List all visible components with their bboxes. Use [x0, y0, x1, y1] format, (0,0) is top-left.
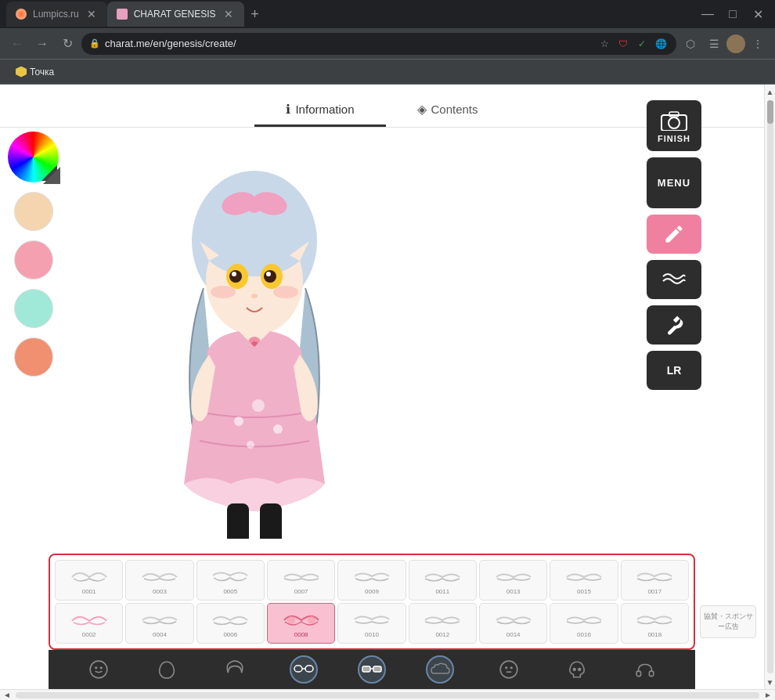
address-bar[interactable]: 🔒 charat.me/en/genesis/create/ ☆ 🛡 ✓ 🌐 — [81, 33, 676, 55]
eye-item-0017[interactable]: 0017 — [621, 560, 689, 601]
glasses1-icon — [294, 661, 314, 678]
color-swatch-salmon[interactable] — [14, 337, 53, 377]
svg-rect-50 — [636, 671, 640, 677]
svg-point-47 — [510, 666, 512, 669]
pencil-icon — [663, 223, 685, 245]
scrollbar-vertical[interactable]: ▲ ▼ — [764, 85, 775, 689]
eye-label-0016: 0016 — [577, 631, 591, 638]
lr-button[interactable]: LR — [647, 351, 701, 390]
ad-placeholder: 協賛・スポンサー広告 — [700, 605, 756, 638]
svg-rect-39 — [305, 666, 313, 672]
shield-icon[interactable]: 🛡 — [615, 36, 631, 52]
eye-item-0006[interactable]: 0006 — [196, 603, 265, 644]
eye-item-0009[interactable]: 0009 — [337, 560, 406, 601]
globe-icon[interactable]: 🌐 — [653, 36, 669, 52]
eye-item-0003[interactable]: 0003 — [125, 560, 193, 601]
tab-lumpics[interactable]: Lumpics.ru ✕ — [6, 2, 107, 27]
tool-glasses1[interactable] — [290, 655, 318, 684]
tool-headphone[interactable] — [631, 655, 659, 684]
eye-item-0010[interactable]: 0010 — [337, 603, 406, 644]
scrollbar-up[interactable]: ▲ — [766, 86, 775, 97]
eye-label-0011: 0011 — [435, 588, 449, 595]
scrollbar-horizontal[interactable]: ◄ ► — [0, 689, 775, 700]
eye-label-0008: 0008 — [294, 631, 308, 638]
color-swatch-peach[interactable] — [14, 192, 53, 231]
bookmark-tochka[interactable]: Точка — [9, 63, 60, 81]
back-button[interactable]: ← — [6, 33, 28, 55]
tab-charat-close[interactable]: ✕ — [222, 8, 235, 20]
minimize-button[interactable]: — — [697, 3, 719, 25]
profile-avatar[interactable] — [726, 34, 745, 53]
wrench-button[interactable] — [647, 305, 701, 345]
eye-item-0016[interactable]: 0016 — [550, 603, 618, 644]
eye-item-0002[interactable]: 0002 — [55, 603, 123, 644]
menu-button[interactable]: MENU — [647, 157, 701, 208]
tab-lumpics-close[interactable]: ✕ — [85, 8, 98, 20]
svg-point-10 — [232, 272, 236, 276]
app-area: ℹ Information ◈ Contents — [0, 85, 764, 689]
color-swatch-pink[interactable] — [14, 240, 53, 280]
pencil-button[interactable] — [647, 215, 701, 254]
svg-point-34 — [308, 616, 315, 624]
eye-item-0007[interactable]: 0007 — [267, 560, 335, 601]
star-icon[interactable]: ☆ — [597, 36, 612, 52]
eye-item-0014[interactable]: 0014 — [479, 603, 547, 644]
more-button[interactable]: ⋮ — [747, 33, 769, 55]
svg-point-16 — [273, 286, 298, 298]
bookmark-button[interactable]: ☰ — [703, 33, 725, 55]
page-content: ℹ Information ◈ Contents — [0, 85, 775, 689]
cloud-icon — [430, 661, 450, 678]
color-wheel[interactable] — [8, 132, 59, 182]
svg-point-26 — [234, 417, 243, 426]
scrollbar-thumb[interactable] — [767, 100, 773, 124]
eye-item-0013[interactable]: 0013 — [479, 560, 547, 601]
new-tab-button[interactable]: + — [244, 3, 266, 25]
eye-item-0015[interactable]: 0015 — [550, 560, 618, 601]
hair-icon — [225, 659, 245, 680]
nav-bar: ← → ↻ 🔒 charat.me/en/genesis/create/ ☆ 🛡… — [0, 28, 775, 60]
checkmark-icon[interactable]: ✓ — [634, 36, 650, 52]
hscroll-left[interactable]: ◄ — [2, 691, 13, 700]
eye-item-0005[interactable]: 0005 — [196, 560, 265, 601]
close-button[interactable]: ✕ — [747, 3, 769, 25]
hscroll-right[interactable]: ► — [762, 691, 773, 700]
svg-point-37 — [99, 666, 102, 669]
eye-label-0001: 0001 — [82, 588, 96, 595]
eye-selector-panel: 0001 0003 0005 0007 — [49, 554, 695, 650]
maximize-button[interactable]: □ — [722, 3, 744, 25]
eye-item-0018[interactable]: 0018 — [621, 603, 689, 644]
tool-glasses2[interactable] — [358, 655, 386, 684]
tool-skull[interactable] — [563, 655, 591, 684]
tool-face4[interactable] — [495, 655, 523, 684]
eye-item-0011[interactable]: 0011 — [409, 560, 477, 601]
waves-button[interactable] — [647, 260, 701, 299]
svg-rect-41 — [362, 666, 370, 672]
svg-point-44 — [500, 661, 517, 678]
tab-charat-label: CHARAT GENESIS — [134, 9, 216, 20]
finish-button[interactable]: FINISH — [647, 100, 701, 151]
eye-item-0012[interactable]: 0012 — [409, 603, 477, 644]
extensions-button[interactable]: ⬡ — [679, 33, 701, 55]
color-swatch-mint[interactable] — [14, 289, 53, 328]
tool-hair[interactable] — [221, 655, 249, 684]
hscroll-track — [16, 692, 759, 698]
svg-point-14 — [251, 294, 258, 298]
tool-face1[interactable] — [85, 655, 113, 684]
eye-item-0008-selected[interactable]: 0008 — [267, 603, 335, 644]
eye-label-0018: 0018 — [647, 631, 661, 638]
svg-point-48 — [573, 668, 576, 671]
ad-text: 協賛・スポンサー広告 — [702, 612, 754, 632]
eye-item-0001[interactable]: 0001 — [55, 560, 123, 601]
eye-item-0004[interactable]: 0004 — [125, 603, 193, 644]
head-icon — [157, 659, 177, 680]
scrollbar-down[interactable]: ▼ — [766, 677, 775, 687]
tab-charat[interactable]: CHARAT GENESIS ✕ — [107, 2, 244, 27]
refresh-button[interactable]: ↻ — [56, 33, 78, 55]
svg-rect-23 — [260, 503, 282, 539]
forward-button[interactable]: → — [31, 33, 53, 55]
svg-point-29 — [247, 441, 254, 449]
tool-head[interactable] — [153, 655, 181, 684]
tool-cloud[interactable] — [426, 655, 454, 684]
svg-rect-38 — [294, 666, 302, 672]
menu-label: MENU — [658, 177, 690, 189]
